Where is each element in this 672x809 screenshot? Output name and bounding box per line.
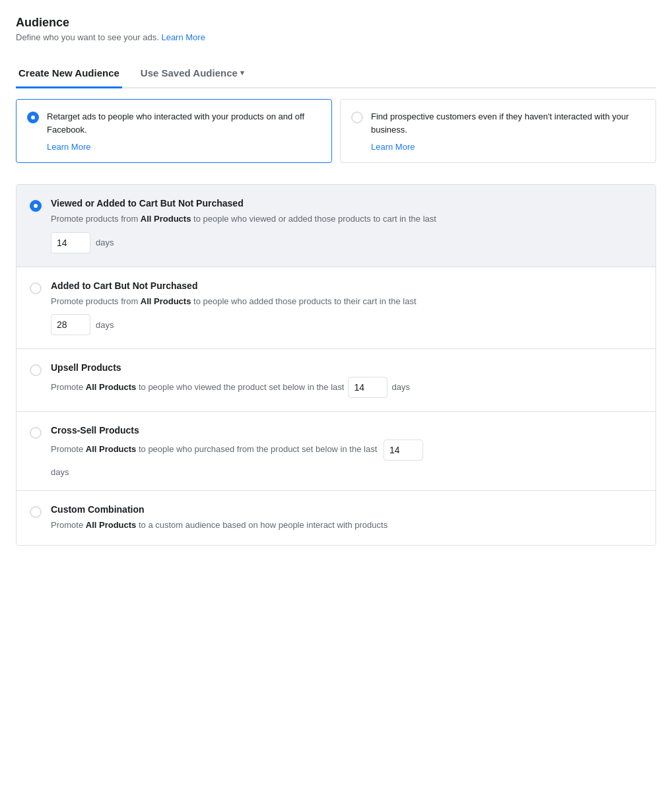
tab-use-saved-audience[interactable]: Use Saved Audience ▾: [138, 61, 247, 88]
days-row-2: days: [51, 314, 642, 335]
bold-all-products-5: All Products: [86, 520, 137, 530]
audience-option-cross-sell[interactable]: Cross-Sell Products Promote All Products…: [17, 412, 655, 491]
days-label-3: days: [391, 381, 409, 394]
card-text-prospective: Find prospective customers even if they …: [371, 110, 645, 136]
option-title-upsell: Upsell Products: [51, 362, 642, 373]
days-input-viewed-or-added[interactable]: [51, 232, 90, 253]
radio-upsell[interactable]: [30, 364, 42, 376]
option-content-upsell: Upsell Products Promote All Products to …: [51, 362, 642, 398]
days-label-1: days: [96, 238, 114, 247]
days-label-cross-sell: days: [51, 467, 69, 477]
audience-option-viewed-or-added[interactable]: Viewed or Added to Cart But Not Purchase…: [17, 185, 655, 267]
radio-prospective-inner: [355, 115, 359, 119]
days-label-2: days: [96, 320, 114, 330]
radio-retarget-inner: [31, 115, 35, 119]
option-content-custom-combination: Custom Combination Promote All Products …: [51, 504, 642, 532]
audience-option-custom-combination[interactable]: Custom Combination Promote All Products …: [17, 491, 655, 545]
option-desc-viewed-or-added: Promote products from All Products to pe…: [51, 212, 642, 226]
radio-cross-sell-inner: [34, 431, 38, 435]
option-title-added-to-cart: Added to Cart But Not Purchased: [51, 280, 642, 291]
option-title-cross-sell: Cross-Sell Products: [51, 425, 642, 436]
radio-viewed-or-added-inner: [34, 204, 38, 208]
radio-custom-combination[interactable]: [30, 506, 42, 518]
cross-sell-days-suffix-row: days: [51, 467, 642, 477]
audience-card-prospective[interactable]: Find prospective customers even if they …: [340, 99, 656, 163]
radio-added-to-cart[interactable]: [30, 282, 42, 294]
audience-section-header: Audience Define who you want to see your…: [16, 16, 656, 42]
option-desc-cross-sell: Promote All Products to people who purch…: [51, 439, 642, 461]
prospective-learn-more-link[interactable]: Learn More: [371, 142, 415, 152]
card-content-retarget: Retarget ads to people who interacted wi…: [47, 110, 321, 152]
card-text-retarget: Retarget ads to people who interacted wi…: [47, 110, 321, 136]
option-title-custom-combination: Custom Combination: [51, 504, 642, 515]
cross-sell-desc-text: Promote All Products to people who purch…: [51, 444, 377, 454]
header-learn-more-link[interactable]: Learn More: [161, 32, 205, 42]
days-input-cross-sell[interactable]: [384, 439, 423, 461]
audience-card-retarget[interactable]: Retarget ads to people who interacted wi…: [16, 99, 332, 163]
days-input-upsell[interactable]: [348, 377, 387, 398]
option-content-added-to-cart: Added to Cart But Not Purchased Promote …: [51, 280, 642, 336]
option-title-viewed-or-added: Viewed or Added to Cart But Not Purchase…: [51, 198, 642, 209]
use-saved-label: Use Saved Audience: [141, 67, 238, 79]
audience-option-upsell[interactable]: Upsell Products Promote All Products to …: [17, 349, 655, 412]
page-subtitle: Define who you want to see your ads. Lea…: [16, 32, 656, 42]
bold-all-products-2: All Products: [141, 296, 191, 306]
days-input-added-to-cart[interactable]: [51, 314, 90, 335]
bold-all-products-3: All Products: [86, 382, 137, 392]
audience-option-added-to-cart[interactable]: Added to Cart But Not Purchased Promote …: [17, 267, 655, 350]
option-desc-custom-combination: Promote All Products to a custom audienc…: [51, 519, 642, 532]
audience-tabs-container: Create New Audience Use Saved Audience ▾: [16, 61, 656, 88]
audience-type-cards: Retarget ads to people who interacted wi…: [16, 99, 656, 163]
radio-added-to-cart-inner: [34, 286, 38, 290]
bold-all-products-4: All Products: [86, 444, 137, 454]
radio-upsell-inner: [34, 368, 38, 372]
page-title: Audience: [16, 16, 656, 30]
audience-options-section: Viewed or Added to Cart But Not Purchase…: [16, 184, 656, 546]
radio-prospective[interactable]: [351, 112, 363, 123]
option-desc-added-to-cart: Promote products from All Products to pe…: [51, 295, 642, 308]
option-desc-upsell: Promote All Products to people who viewe…: [51, 377, 642, 398]
page-subtitle-text: Define who you want to see your ads.: [16, 32, 159, 42]
upsell-desc-prefix: Promote All Products to people who viewe…: [51, 381, 344, 394]
tab-create-new-audience[interactable]: Create New Audience: [16, 61, 122, 88]
bold-all-products-1: All Products: [141, 214, 191, 224]
option-content-cross-sell: Cross-Sell Products Promote All Products…: [51, 425, 642, 477]
radio-cross-sell[interactable]: [30, 427, 42, 439]
card-content-prospective: Find prospective customers even if they …: [371, 110, 645, 152]
days-row-1: days: [51, 232, 642, 253]
radio-retarget[interactable]: [27, 112, 39, 123]
retarget-learn-more-link[interactable]: Learn More: [47, 142, 90, 152]
radio-custom-combination-inner: [34, 510, 38, 514]
audience-tabs: Create New Audience Use Saved Audience ▾: [16, 61, 656, 87]
option-content-viewed-or-added: Viewed or Added to Cart But Not Purchase…: [51, 198, 642, 253]
radio-viewed-or-added[interactable]: [30, 200, 42, 212]
dropdown-arrow-icon: ▾: [240, 69, 244, 77]
